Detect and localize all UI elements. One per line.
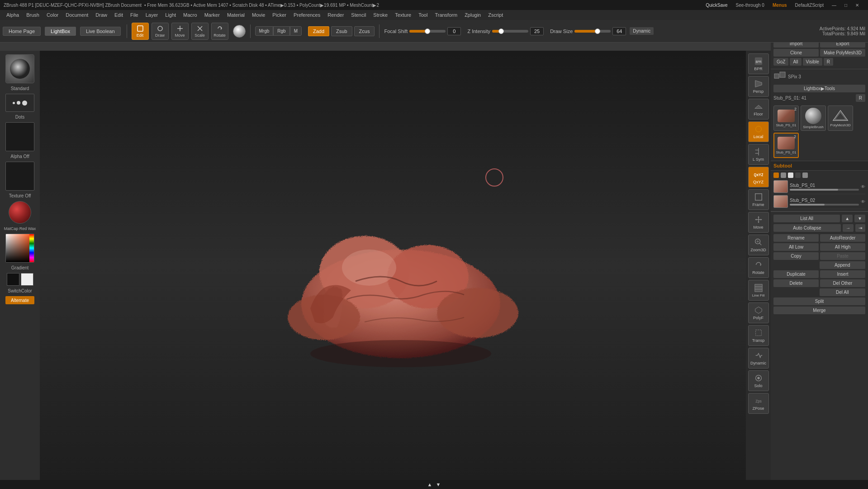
- m-btn[interactable]: M: [290, 26, 302, 36]
- lightbox-tools-btn[interactable]: Lightbox▶Tools: [773, 85, 865, 92]
- rgb-btn[interactable]: Rgb: [273, 26, 289, 36]
- zsub-btn[interactable]: Zsub: [331, 26, 352, 36]
- frame-btn[interactable]: Frame: [748, 189, 769, 210]
- menu-stroke[interactable]: Stroke: [370, 11, 391, 19]
- texture-preview[interactable]: [5, 162, 34, 191]
- menu-alpha[interactable]: Alpha: [3, 11, 23, 19]
- menu-color[interactable]: Color: [43, 11, 62, 19]
- subtool-slider-1[interactable]: [790, 189, 859, 191]
- menu-zplugin[interactable]: Zplugin: [461, 11, 484, 19]
- menu-zscript[interactable]: Zscript: [484, 11, 507, 19]
- menu-light[interactable]: Light: [161, 11, 180, 19]
- edit-btn[interactable]: Edit: [132, 23, 149, 40]
- dot-brush-preview[interactable]: [5, 94, 34, 112]
- menu-render[interactable]: Render: [324, 11, 347, 19]
- del-all-btn[interactable]: Del All: [820, 288, 866, 296]
- lsym-btn[interactable]: L Sym: [748, 144, 769, 165]
- menu-texture[interactable]: Texture: [391, 11, 415, 19]
- menu-draw[interactable]: Draw: [92, 11, 111, 19]
- make-polymesh-btn[interactable]: Make PolyMesh3D: [820, 49, 865, 57]
- insert-btn[interactable]: Insert: [820, 270, 865, 278]
- dynamic-btn[interactable]: Dynamic: [630, 27, 654, 35]
- polyf-btn[interactable]: PolyF: [748, 302, 769, 323]
- copy-btn[interactable]: Copy: [773, 252, 819, 260]
- default-zscript-btn[interactable]: DefaultZScript: [795, 3, 824, 8]
- menu-file[interactable]: File: [127, 11, 142, 19]
- quicksave-btn[interactable]: QuickSave: [706, 3, 727, 8]
- r-btn[interactable]: R: [824, 58, 833, 66]
- subtool-eye-2[interactable]: 👁: [861, 199, 865, 204]
- r-btn2[interactable]: R: [856, 94, 865, 102]
- rotate-btn[interactable]: Rotate: [211, 23, 228, 40]
- subtool-eye-1[interactable]: 👁: [861, 184, 865, 189]
- delete-btn[interactable]: Delete: [773, 279, 819, 287]
- tool-thumb-stub-ps01-2[interactable]: Stub_PS_01 2: [773, 133, 799, 158]
- append-btn[interactable]: Append: [820, 261, 866, 269]
- auto-collapse-arrow[interactable]: →: [843, 224, 854, 232]
- menu-stencil[interactable]: Stencil: [347, 11, 370, 19]
- solo-btn[interactable]: Solo: [748, 370, 769, 391]
- menu-preferences[interactable]: Preferences: [290, 11, 324, 19]
- qxyz-btn[interactable]: QxYZ QxYZ: [748, 167, 769, 187]
- all-high-btn[interactable]: All High: [820, 243, 865, 251]
- hue-slider[interactable]: [29, 234, 34, 262]
- menu-marker[interactable]: Marker: [201, 11, 223, 19]
- bpr-btn[interactable]: BPR BPR: [748, 53, 769, 74]
- dynamic-tool-btn[interactable]: Dynamic: [748, 348, 769, 369]
- menu-material[interactable]: Material: [223, 11, 248, 19]
- zpose-btn[interactable]: Zps ZPose: [748, 393, 769, 414]
- menu-tool[interactable]: Tool: [415, 11, 431, 19]
- paste-btn[interactable]: Paste: [820, 252, 865, 260]
- menu-brush[interactable]: Brush: [23, 11, 43, 19]
- all-btn[interactable]: All: [790, 58, 801, 66]
- menu-picker[interactable]: Picker: [269, 11, 290, 19]
- split-btn[interactable]: Split: [773, 297, 865, 305]
- tab-live-boolean[interactable]: Live Boolean: [80, 27, 121, 36]
- menu-movie[interactable]: Movie: [248, 11, 269, 19]
- drawsize-slider[interactable]: [574, 30, 611, 33]
- duplicate-btn[interactable]: Duplicate: [773, 270, 819, 278]
- subtool-item-2[interactable]: Stub_PS_02 👁: [773, 194, 865, 209]
- menu-document[interactable]: Document: [62, 11, 92, 19]
- alpha-preview[interactable]: [5, 122, 34, 151]
- white-swatch[interactable]: [21, 273, 33, 286]
- focal-shift-slider[interactable]: [409, 30, 446, 33]
- window-close[interactable]: ✕: [855, 3, 859, 8]
- zintensity-slider[interactable]: [492, 30, 528, 33]
- tool-thumb-polymesh3d[interactable]: PolyMesh3D: [828, 105, 853, 131]
- see-through-btn[interactable]: See-through 0: [736, 3, 764, 8]
- list-all-down[interactable]: ▼: [854, 215, 865, 222]
- draw-btn[interactable]: Draw: [152, 23, 169, 40]
- color-picker[interactable]: [5, 234, 34, 263]
- zcus-btn[interactable]: Zcus: [354, 26, 375, 36]
- rename-btn[interactable]: Rename: [773, 234, 819, 242]
- bottom-arrow-up[interactable]: ▲: [427, 482, 432, 487]
- window-maximize[interactable]: □: [844, 3, 847, 8]
- auto-reorder-btn[interactable]: AutoReorder: [820, 234, 865, 242]
- auto-collapse-btn[interactable]: Auto Collapse: [773, 224, 841, 232]
- alternate-btn[interactable]: Alternate: [5, 296, 34, 304]
- tab-homepage[interactable]: Home Page: [3, 27, 41, 36]
- brush-sphere[interactable]: [233, 25, 246, 38]
- menus-btn[interactable]: Menus: [773, 3, 787, 8]
- window-minimize[interactable]: —: [832, 3, 836, 8]
- menu-transform[interactable]: Transform: [431, 11, 461, 19]
- linefill-btn[interactable]: Line Fill: [748, 280, 769, 301]
- tool-thumb-stub-ps01[interactable]: Stub_PS_01 2: [773, 105, 799, 131]
- tool-thumb-simplebrush[interactable]: SimpleBrush: [801, 105, 826, 131]
- rotate-tool-btn[interactable]: Rotate: [748, 257, 769, 278]
- all-low-btn[interactable]: All Low: [773, 243, 819, 251]
- persp-btn[interactable]: Persp: [748, 76, 769, 97]
- goz-btn[interactable]: GoZ: [773, 58, 788, 66]
- brush-preview[interactable]: [5, 54, 34, 83]
- menu-edit[interactable]: Edit: [111, 11, 127, 19]
- tab-lightbox[interactable]: LightBox: [45, 27, 76, 36]
- transp-btn[interactable]: Transp: [748, 325, 769, 346]
- canvas-area[interactable]: [40, 51, 762, 480]
- menu-macro[interactable]: Macro: [180, 11, 201, 19]
- merge-btn[interactable]: Merge: [773, 307, 865, 314]
- zadd-btn[interactable]: Zadd: [308, 26, 329, 36]
- subtool-slider-2[interactable]: [790, 204, 859, 206]
- move-btn[interactable]: Move: [171, 23, 189, 40]
- material-ball[interactable]: [9, 201, 31, 224]
